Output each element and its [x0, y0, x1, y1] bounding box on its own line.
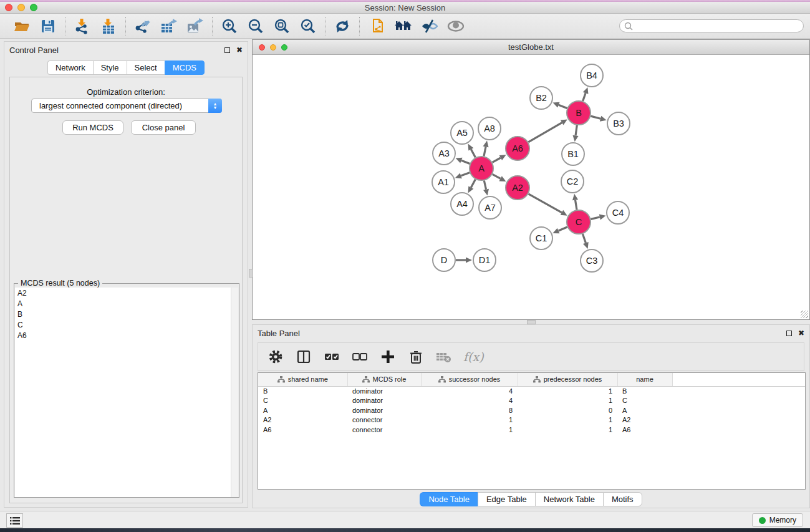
- save-session-button[interactable]: [39, 17, 57, 35]
- table-cell[interactable]: connector: [347, 415, 421, 425]
- run-mcds-button[interactable]: Run MCDS: [62, 120, 123, 135]
- tab-edge-table[interactable]: Edge Table: [478, 492, 535, 506]
- tab-network-table[interactable]: Network Table: [535, 492, 603, 506]
- table-cell[interactable]: A2: [258, 415, 347, 425]
- column-header[interactable]: MCDS role: [347, 373, 421, 386]
- zoom-selected-button[interactable]: [299, 17, 317, 35]
- table-cell[interactable]: dominator: [347, 386, 421, 396]
- close-panel-button[interactable]: Close panel: [131, 120, 196, 135]
- deselect-all-button[interactable]: [351, 348, 369, 365]
- select-all-button[interactable]: [323, 348, 340, 365]
- table-cell[interactable]: C: [258, 396, 347, 406]
- criterion-dropdown[interactable]: largest connected component (directed) ▲…: [31, 99, 222, 113]
- graph-edge[interactable]: [461, 173, 470, 176]
- table-cell[interactable]: A: [258, 405, 347, 415]
- graph-edge[interactable]: [493, 158, 501, 162]
- zoom-in-button[interactable]: [221, 17, 238, 35]
- table-cell[interactable]: 1: [518, 396, 617, 406]
- mcds-result-item[interactable]: A2: [15, 288, 232, 298]
- mcds-result-item[interactable]: C: [15, 319, 232, 330]
- table-cell[interactable]: 1: [518, 415, 617, 425]
- mcds-result-scrollbar[interactable]: [231, 288, 238, 497]
- memory-button[interactable]: Memory: [752, 513, 803, 527]
- tab-motifs[interactable]: Motifs: [603, 492, 642, 506]
- table-cell[interactable]: [672, 405, 805, 415]
- table-cell[interactable]: 1: [518, 386, 617, 396]
- refresh-view-button[interactable]: [334, 17, 351, 35]
- graph-edge[interactable]: [484, 147, 486, 156]
- network-window-titlebar[interactable]: testGlobe.txt: [253, 40, 809, 55]
- table-cell[interactable]: 1: [518, 425, 617, 435]
- table-cell[interactable]: B: [258, 386, 347, 396]
- export-table-button[interactable]: [160, 17, 178, 35]
- tab-network[interactable]: Network: [47, 60, 93, 75]
- mcds-result-item[interactable]: A: [15, 298, 232, 309]
- table-cell[interactable]: 1: [421, 415, 518, 425]
- column-header[interactable]: shared name: [258, 373, 347, 386]
- home-layout-button[interactable]: [394, 17, 412, 35]
- task-history-button[interactable]: [6, 513, 23, 528]
- column-header[interactable]: predecessor nodes: [518, 373, 617, 386]
- table-cell[interactable]: 4: [421, 386, 518, 396]
- graph-edge[interactable]: [576, 200, 577, 210]
- export-image-button[interactable]: [186, 17, 204, 35]
- import-table-button[interactable]: [100, 17, 117, 35]
- graph-edge[interactable]: [471, 149, 475, 157]
- delete-table-button[interactable]: [435, 348, 453, 365]
- new-network-from-selection-button[interactable]: [368, 17, 385, 35]
- table-cell[interactable]: [672, 425, 805, 435]
- tab-mcds[interactable]: MCDS: [165, 60, 205, 75]
- table-cell[interactable]: dominator: [347, 396, 421, 406]
- show-column-button[interactable]: [295, 348, 312, 365]
- graph-edge[interactable]: [576, 125, 577, 135]
- function-builder-button[interactable]: f(x): [463, 350, 484, 364]
- network-canvas[interactable]: B4B2BB3A8A5A6A3B1AA1C2A2A4A7C4CC1C3DD1: [253, 55, 809, 319]
- graph-edge[interactable]: [582, 234, 586, 243]
- graph-edge[interactable]: [591, 217, 599, 219]
- tab-style[interactable]: Style: [93, 60, 127, 75]
- graph-edge[interactable]: [493, 174, 501, 178]
- close-panel-icon[interactable]: ✖: [236, 46, 243, 54]
- mcds-result-item[interactable]: A6: [15, 330, 232, 341]
- table-cell[interactable]: A2: [617, 415, 672, 425]
- graph-edge[interactable]: [591, 116, 600, 118]
- graph-edge[interactable]: [583, 93, 586, 101]
- table-settings-button[interactable]: [267, 348, 284, 365]
- vertical-divider-knob[interactable]: [249, 269, 253, 278]
- float-panel-icon[interactable]: [786, 331, 792, 336]
- birds-eye-view-button[interactable]: [446, 17, 464, 35]
- graph-edge[interactable]: [484, 181, 486, 190]
- table-cell[interactable]: 0: [518, 405, 617, 415]
- table-cell[interactable]: 1: [421, 425, 518, 435]
- table-cell[interactable]: C: [617, 396, 672, 406]
- zoom-out-button[interactable]: [247, 17, 264, 35]
- table-row[interactable]: Bdominator41B: [258, 386, 805, 396]
- delete-column-button[interactable]: [407, 348, 425, 365]
- float-panel-icon[interactable]: [224, 47, 230, 53]
- column-header[interactable]: successor nodes: [421, 373, 518, 386]
- column-header[interactable]: name: [617, 373, 672, 386]
- table-cell[interactable]: B: [617, 386, 672, 396]
- table-cell[interactable]: [672, 386, 805, 396]
- tab-select[interactable]: Select: [127, 60, 165, 75]
- table-row[interactable]: Cdominator41C: [258, 396, 805, 406]
- table-cell[interactable]: dominator: [347, 405, 421, 415]
- graph-edge[interactable]: [471, 180, 475, 188]
- import-network-button[interactable]: [74, 17, 91, 35]
- table-cell[interactable]: connector: [347, 425, 421, 435]
- mcds-result-list[interactable]: A2ABCA6: [15, 288, 232, 497]
- table-row[interactable]: Adominator80A: [258, 405, 805, 415]
- graph-edge[interactable]: [528, 123, 562, 142]
- resize-grip-icon[interactable]: [801, 311, 808, 318]
- table-cell[interactable]: 8: [421, 405, 518, 415]
- table-cell[interactable]: 4: [421, 396, 518, 406]
- node-table[interactable]: shared nameMCDS rolesuccessor nodesprede…: [258, 372, 806, 490]
- open-session-button[interactable]: [13, 17, 31, 35]
- hide-annotations-button[interactable]: [420, 17, 438, 35]
- export-network-button[interactable]: [134, 17, 152, 35]
- horizontal-divider-knob[interactable]: [527, 320, 536, 324]
- graph-edge[interactable]: [559, 105, 567, 108]
- mcds-result-item[interactable]: B: [15, 309, 232, 319]
- close-panel-icon[interactable]: ✖: [798, 329, 804, 337]
- graph-edge[interactable]: [528, 194, 562, 213]
